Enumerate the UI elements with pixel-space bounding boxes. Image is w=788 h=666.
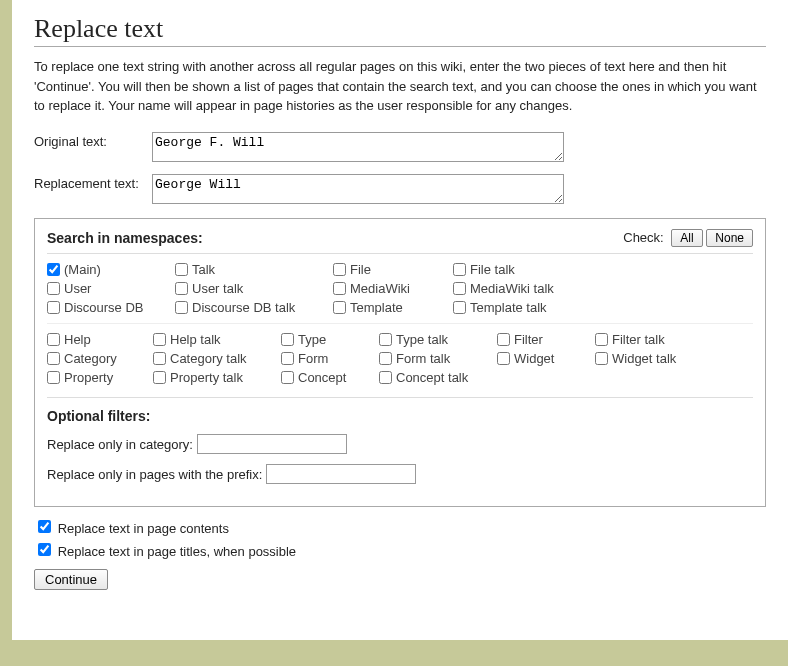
replace-titles-option[interactable]: Replace text in page titles, when possib… bbox=[34, 540, 766, 559]
namespace-item[interactable]: Template bbox=[333, 300, 445, 315]
namespace-item[interactable]: Form bbox=[281, 351, 371, 366]
namespace-checkbox[interactable] bbox=[453, 301, 466, 314]
replace-contents-checkbox[interactable] bbox=[38, 520, 51, 533]
namespace-label: MediaWiki talk bbox=[470, 281, 554, 296]
namespace-checkbox[interactable] bbox=[175, 282, 188, 295]
namespace-label: Concept talk bbox=[396, 370, 468, 385]
namespace-item[interactable]: File talk bbox=[453, 262, 593, 277]
replace-contents-label: Replace text in page contents bbox=[58, 521, 229, 536]
namespace-label: Property bbox=[64, 370, 113, 385]
only-category-input[interactable] bbox=[197, 434, 347, 454]
namespace-checkbox[interactable] bbox=[595, 333, 608, 346]
namespace-label: Type bbox=[298, 332, 326, 347]
namespace-item[interactable]: Concept talk bbox=[379, 370, 489, 385]
namespace-item[interactable]: Category bbox=[47, 351, 145, 366]
namespace-checkbox[interactable] bbox=[175, 301, 188, 314]
namespace-checkbox[interactable] bbox=[497, 352, 510, 365]
namespace-checkbox[interactable] bbox=[281, 352, 294, 365]
replacement-text-label: Replacement text: bbox=[34, 174, 152, 191]
namespace-checkbox[interactable] bbox=[175, 263, 188, 276]
namespace-item[interactable]: Property talk bbox=[153, 370, 273, 385]
namespace-checkbox[interactable] bbox=[333, 282, 346, 295]
namespace-label: Form bbox=[298, 351, 328, 366]
check-all-button[interactable]: All bbox=[671, 229, 702, 247]
namespace-checkbox[interactable] bbox=[47, 263, 60, 276]
namespace-label: Concept bbox=[298, 370, 346, 385]
namespace-item[interactable]: Template talk bbox=[453, 300, 593, 315]
namespace-label: Widget talk bbox=[612, 351, 676, 366]
namespace-label: Template bbox=[350, 300, 403, 315]
namespace-label: Talk bbox=[192, 262, 215, 277]
namespace-item[interactable]: Concept bbox=[281, 370, 371, 385]
namespace-checkbox[interactable] bbox=[281, 333, 294, 346]
namespace-checkbox[interactable] bbox=[595, 352, 608, 365]
namespace-label: File bbox=[350, 262, 371, 277]
namespace-checkbox[interactable] bbox=[453, 263, 466, 276]
namespace-label: Help bbox=[64, 332, 91, 347]
namespace-item[interactable]: Form talk bbox=[379, 351, 489, 366]
optional-filters-heading: Optional filters: bbox=[47, 397, 753, 424]
replace-titles-label: Replace text in page titles, when possib… bbox=[58, 544, 296, 559]
namespace-label: Category bbox=[64, 351, 117, 366]
namespace-checkbox[interactable] bbox=[153, 333, 166, 346]
namespace-label: User bbox=[64, 281, 91, 296]
namespace-item[interactable]: Discourse DB talk bbox=[175, 300, 325, 315]
namespace-item[interactable]: Widget bbox=[497, 351, 587, 366]
replace-titles-checkbox[interactable] bbox=[38, 543, 51, 556]
namespace-item[interactable]: User talk bbox=[175, 281, 325, 296]
namespaces-fieldset: Search in namespaces: Check: All None (M… bbox=[34, 218, 766, 507]
namespace-checkbox[interactable] bbox=[379, 352, 392, 365]
namespace-checkbox[interactable] bbox=[497, 333, 510, 346]
namespace-label: Discourse DB bbox=[64, 300, 143, 315]
namespace-label: Help talk bbox=[170, 332, 221, 347]
namespace-label: File talk bbox=[470, 262, 515, 277]
original-text-label: Original text: bbox=[34, 132, 152, 149]
only-prefix-input[interactable] bbox=[266, 464, 416, 484]
namespace-item[interactable]: Help bbox=[47, 332, 145, 347]
namespace-item[interactable]: Property bbox=[47, 370, 145, 385]
namespace-item[interactable]: Type talk bbox=[379, 332, 489, 347]
intro-text: To replace one text string with another … bbox=[34, 57, 766, 116]
namespace-item[interactable]: Filter talk bbox=[595, 332, 705, 347]
namespace-checkbox[interactable] bbox=[47, 282, 60, 295]
namespace-checkbox[interactable] bbox=[47, 352, 60, 365]
original-text-input[interactable] bbox=[152, 132, 564, 162]
namespace-item[interactable]: Category talk bbox=[153, 351, 273, 366]
namespace-checkbox[interactable] bbox=[153, 352, 166, 365]
namespace-checkbox[interactable] bbox=[333, 301, 346, 314]
namespace-checkbox[interactable] bbox=[453, 282, 466, 295]
namespace-checkbox[interactable] bbox=[47, 371, 60, 384]
namespace-label: Category talk bbox=[170, 351, 247, 366]
namespace-checkbox[interactable] bbox=[47, 333, 60, 346]
namespace-label: Template talk bbox=[470, 300, 547, 315]
namespace-checkbox[interactable] bbox=[379, 371, 392, 384]
namespace-item[interactable]: Type bbox=[281, 332, 371, 347]
namespace-checkbox[interactable] bbox=[379, 333, 392, 346]
page-title: Replace text bbox=[34, 14, 766, 47]
replacement-text-input[interactable] bbox=[152, 174, 564, 204]
check-none-button[interactable]: None bbox=[706, 229, 753, 247]
only-category-label: Replace only in category: bbox=[47, 436, 193, 451]
namespace-item[interactable]: Talk bbox=[175, 262, 325, 277]
continue-button[interactable]: Continue bbox=[34, 569, 108, 590]
namespace-item[interactable]: User bbox=[47, 281, 167, 296]
namespace-checkbox[interactable] bbox=[281, 371, 294, 384]
namespace-checkbox[interactable] bbox=[333, 263, 346, 276]
replace-contents-option[interactable]: Replace text in page contents bbox=[34, 517, 766, 536]
only-prefix-label: Replace only in pages with the prefix: bbox=[47, 466, 262, 481]
namespace-item[interactable]: (Main) bbox=[47, 262, 167, 277]
namespace-checkbox[interactable] bbox=[47, 301, 60, 314]
namespace-label: Filter talk bbox=[612, 332, 665, 347]
namespace-item[interactable]: Discourse DB bbox=[47, 300, 167, 315]
namespace-checkbox[interactable] bbox=[153, 371, 166, 384]
namespace-separator bbox=[47, 323, 753, 324]
namespace-item[interactable]: Filter bbox=[497, 332, 587, 347]
namespace-item[interactable]: MediaWiki talk bbox=[453, 281, 593, 296]
namespace-item[interactable]: File bbox=[333, 262, 445, 277]
namespace-item[interactable]: Widget talk bbox=[595, 351, 705, 366]
namespace-item[interactable]: Help talk bbox=[153, 332, 273, 347]
namespace-item[interactable]: MediaWiki bbox=[333, 281, 445, 296]
check-label: Check: bbox=[623, 230, 663, 245]
namespace-label: User talk bbox=[192, 281, 243, 296]
namespace-label: Form talk bbox=[396, 351, 450, 366]
